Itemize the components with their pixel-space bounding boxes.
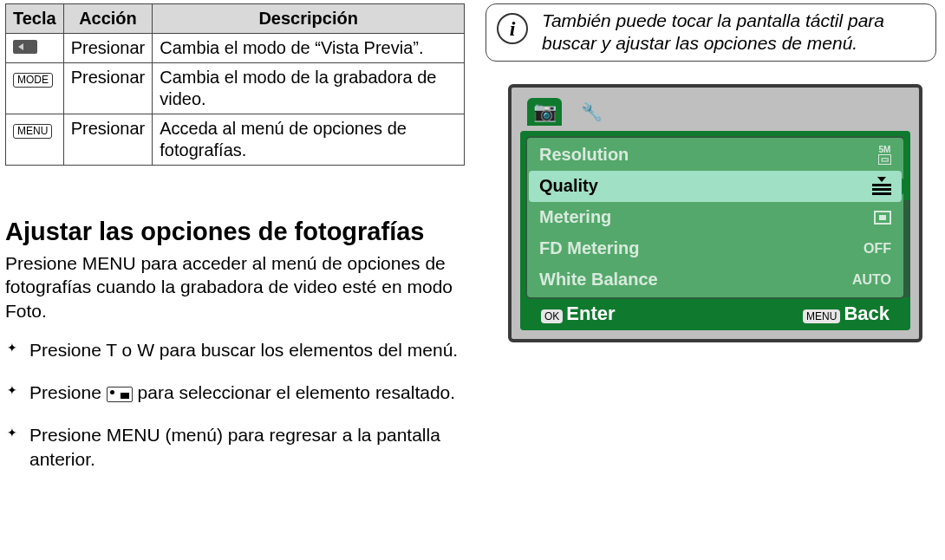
menu-value: AUTO: [852, 272, 891, 288]
wrench-icon: 🔧: [581, 101, 603, 122]
menu-label: Resolution: [539, 145, 629, 165]
menu-label: FD Metering: [539, 238, 640, 258]
step-text-post: para seleccionar el elemento resaltado.: [133, 382, 455, 402]
menu-item-fd-metering[interactable]: FD Metering OFF: [529, 233, 902, 264]
info-text: También puede tocar la pantalla táctil p…: [542, 10, 884, 53]
camera-icon: 📷: [533, 101, 557, 123]
info-callout: i También puede tocar la pantalla táctil…: [486, 3, 936, 62]
resolution-value-icon: 5M▭: [878, 146, 891, 165]
quality-value-icon: [872, 177, 891, 195]
mode-key-icon: MODE: [13, 73, 53, 88]
table-row: MENU Presionar Acceda al menú de opcione…: [6, 114, 465, 166]
menu-pill: MENU: [803, 309, 840, 323]
menu-label: Metering: [539, 207, 611, 227]
menu-item-resolution[interactable]: Resolution 5M▭: [529, 140, 902, 171]
th-descripcion: Descripción: [153, 4, 465, 34]
menu-item-white-balance[interactable]: White Balance AUTO: [529, 264, 902, 296]
table-row: Presionar Cambia el modo de “Vista Previ…: [6, 34, 465, 63]
menu-value: OFF: [864, 241, 891, 257]
cell-action: Presionar: [63, 63, 153, 114]
table-row: MODE Presionar Cambia el modo de la grab…: [6, 63, 465, 114]
keys-table: Tecla Acción Descripción Presionar Cambi…: [5, 3, 465, 166]
menu-label: Quality: [539, 176, 598, 196]
steps-list: Presione T o W para buscar los elementos…: [5, 338, 465, 471]
cell-action: Presionar: [63, 114, 153, 166]
cell-action: Presionar: [63, 34, 153, 63]
info-icon: i: [497, 13, 528, 44]
camera-tab-settings[interactable]: 🔧: [574, 98, 609, 126]
section-title: Ajustar las opciones de fotografías: [5, 218, 465, 246]
menu-item-metering[interactable]: Metering: [529, 202, 902, 233]
footer-back[interactable]: MENUBack: [803, 303, 890, 325]
playback-key-icon: [13, 40, 37, 54]
th-accion: Acción: [63, 4, 153, 34]
step-item: Presione MENU (menú) para regresar a la …: [29, 423, 465, 471]
cell-desc: Cambia el modo de “Vista Previa”.: [153, 34, 465, 63]
step-item: Presione para seleccionar el elemento re…: [29, 381, 465, 404]
th-tecla: Tecla: [6, 4, 64, 34]
camera-tab-photo[interactable]: 📷: [527, 98, 562, 126]
cell-desc: Cambia el modo de la grabadora de video.: [153, 63, 465, 114]
section-body: Presione MENU para acceder al menú de op…: [5, 251, 465, 322]
menu-key-icon: MENU: [13, 124, 52, 139]
menu-label: White Balance: [539, 270, 658, 290]
camera-menu-list: Resolution 5M▭ Quality Metering FD Meter…: [525, 136, 905, 299]
camera-menu-screenshot: 📷 🔧 Resolution 5M▭ Quality: [508, 84, 922, 342]
metering-value-icon: [874, 211, 891, 225]
menu-item-quality[interactable]: Quality: [529, 171, 902, 202]
step-text-pre: Presione: [29, 382, 107, 402]
cell-desc: Acceda al menú de opciones de fotografía…: [153, 114, 465, 166]
ok-pill: OK: [541, 309, 563, 323]
step-item: Presione T o W para buscar los elementos…: [29, 338, 465, 361]
footer-enter[interactable]: OKEnter: [541, 303, 616, 325]
record-icon: [107, 387, 133, 402]
